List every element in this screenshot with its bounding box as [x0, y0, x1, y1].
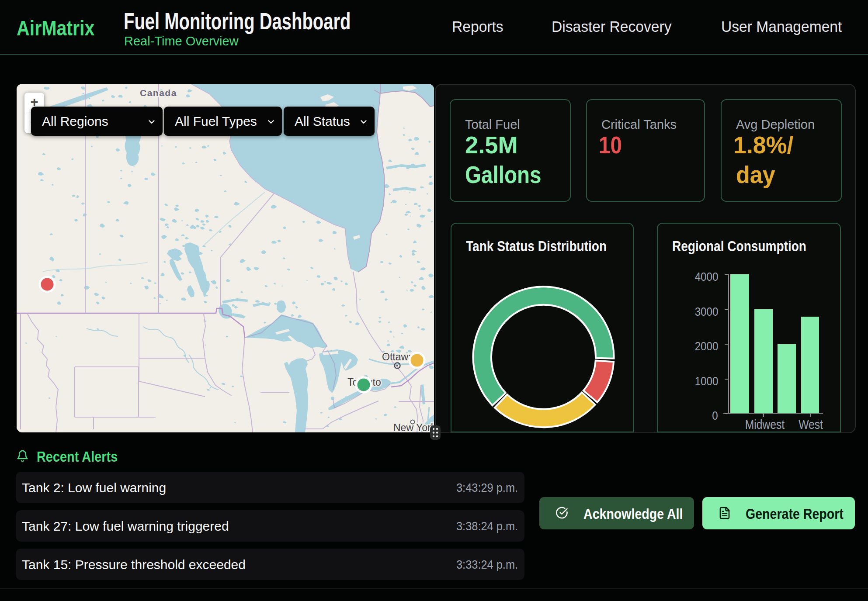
svg-text:Canada: Canada — [140, 88, 177, 98]
